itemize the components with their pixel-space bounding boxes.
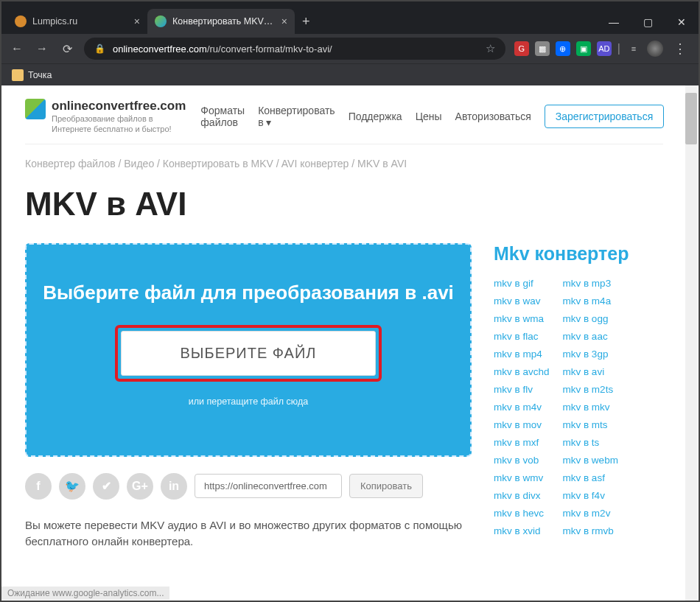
extension-icon[interactable]: G [514, 41, 529, 56]
profile-avatar[interactable] [647, 41, 663, 57]
sidebar-link[interactable]: mkv в divx [494, 490, 549, 501]
tab-title: Lumpics.ru [32, 16, 128, 27]
breadcrumb[interactable]: Конвертер файлов / Видео / Конвертироват… [25, 144, 663, 183]
sidebar-link[interactable]: mkv в m4a [562, 295, 617, 307]
sidebar-link[interactable]: mkv в rmvb [562, 525, 617, 536]
forward-button[interactable]: → [34, 41, 50, 57]
tab-title: Конвертировать MKV в AVI онл [172, 16, 276, 27]
back-button[interactable]: ← [9, 41, 25, 57]
twitter-icon[interactable]: 🐦 [59, 473, 85, 500]
scrollbar-thumb[interactable] [685, 93, 697, 144]
sidebar-link[interactable]: mkv в m4v [494, 402, 549, 413]
sidebar-link[interactable]: mkv в wmv [494, 472, 549, 483]
nav-login[interactable]: Авторизоваться [455, 111, 531, 122]
linkedin-icon[interactable]: in [161, 473, 187, 500]
share-row: f 🐦 ✔ G+ in https://onlineconvertfree.co… [25, 473, 472, 500]
bookmark-item[interactable]: Точка [28, 70, 52, 80]
sidebar-link[interactable]: mkv в mov [494, 419, 549, 430]
extension-icon[interactable]: AD [597, 41, 612, 56]
sidebar-col-2: mkv в mp3mkv в m4amkv в oggmkv в aacmkv … [562, 278, 617, 536]
sidebar-link[interactable]: mkv в mts [562, 419, 617, 430]
sidebar-link[interactable]: mkv в flv [494, 384, 549, 395]
browser-toolbar: ← → ⟳ 🔒 onlineconvertfree.com/ru/convert… [1, 34, 699, 63]
bookmark-star-icon[interactable]: ☆ [486, 42, 495, 55]
nav-support[interactable]: Поддержка [349, 111, 402, 122]
sidebar-link[interactable]: mkv в wav [494, 295, 549, 307]
extension-icon[interactable]: ▣ [576, 41, 591, 56]
extension-icon[interactable]: ⊕ [556, 41, 570, 56]
extensions-area: G ▩ ⊕ ▣ AD | ≡ ⋮ [514, 41, 691, 57]
minimize-button[interactable]: — [597, 10, 631, 34]
menu-button[interactable]: ⋮ [669, 41, 691, 57]
sidebar-link[interactable]: mkv в ts [562, 437, 617, 448]
vk-icon[interactable]: ✔ [93, 473, 119, 500]
signup-button[interactable]: Зарегистрироваться [545, 105, 664, 128]
reader-icon[interactable]: ≡ [626, 41, 641, 56]
sidebar-link[interactable]: mkv в xvid [494, 525, 549, 536]
description-text: Вы можете перевести MKV аудио в AVI и во… [25, 517, 472, 550]
sidebar-link[interactable]: mkv в gif [494, 278, 549, 289]
page-viewport: onlineconvertfree.com Преобразование фай… [1, 85, 699, 601]
sidebar-link[interactable]: mkv в aac [562, 331, 617, 342]
sidebar-link[interactable]: mkv в vob [494, 455, 549, 466]
copy-button[interactable]: Копировать [349, 474, 423, 498]
nav-formats[interactable]: Форматы файлов [200, 105, 245, 128]
site-name: onlineconvertfree.com [52, 99, 186, 113]
sidebar-link[interactable]: mkv в wma [494, 313, 549, 324]
sidebar-link[interactable]: mkv в hevc [494, 508, 549, 519]
reload-button[interactable]: ⟳ [59, 41, 75, 57]
browser-tab-inactive[interactable]: Lumpics.ru × [7, 9, 147, 34]
site-header: onlineconvertfree.com Преобразование фай… [25, 99, 663, 144]
extension-icon[interactable]: ▩ [535, 41, 550, 56]
sidebar-link[interactable]: mkv в m2ts [562, 384, 617, 395]
sidebar-title: Mkv конвертер [494, 243, 663, 265]
googleplus-icon[interactable]: G+ [127, 473, 153, 500]
facebook-icon[interactable]: f [25, 473, 52, 500]
favicon-icon [155, 15, 167, 27]
favicon-icon [15, 15, 27, 27]
url-text: onlineconvertfree.com/ru/convert-format/… [113, 43, 478, 55]
browser-tab-active[interactable]: Конвертировать MKV в AVI онл × [147, 9, 295, 34]
new-tab-button[interactable]: + [295, 10, 318, 34]
sidebar-link[interactable]: mkv в mkv [562, 402, 617, 413]
scrollbar[interactable] [685, 85, 697, 601]
sidebar-link[interactable]: mkv в m2v [562, 508, 617, 519]
status-bar: Ожидание www.google-analytics.com... [1, 587, 169, 600]
lock-icon: 🔒 [94, 43, 105, 54]
page-title: MKV в AVI [25, 186, 663, 223]
main-nav: Форматы файлов Конвертировать в ▾ Поддер… [200, 105, 664, 128]
sidebar-link[interactable]: mkv в f4v [562, 490, 617, 501]
dropzone-title: Выберите файл для преобразования в .avi [41, 281, 455, 304]
upload-dropzone[interactable]: Выберите файл для преобразования в .avi … [25, 243, 472, 457]
sidebar-col-1: mkv в gifmkv в wavmkv в wmamkv в flacmkv… [494, 278, 549, 536]
sidebar-link[interactable]: mkv в asf [562, 472, 617, 483]
sidebar-link[interactable]: mkv в mxf [494, 437, 549, 448]
sidebar-link[interactable]: mkv в mp3 [562, 278, 617, 289]
nav-prices[interactable]: Цены [416, 111, 442, 122]
maximize-button[interactable]: ▢ [631, 10, 665, 34]
logo-area[interactable]: onlineconvertfree.com Преобразование фай… [25, 99, 186, 135]
window-controls: — ▢ ✕ [597, 10, 699, 34]
window-titlebar: Lumpics.ru × Конвертировать MKV в AVI он… [1, 1, 699, 34]
close-icon[interactable]: × [134, 15, 140, 27]
drag-hint: или перетащите файл сюда [41, 396, 455, 407]
logo-icon [25, 99, 46, 119]
sidebar-link[interactable]: mkv в avchd [494, 366, 549, 377]
nav-convert[interactable]: Конвертировать в ▾ [258, 105, 335, 128]
sidebar-link[interactable]: mkv в avi [562, 366, 617, 377]
browser-tabs: Lumpics.ru × Конвертировать MKV в AVI он… [1, 7, 597, 34]
close-window-button[interactable]: ✕ [665, 10, 699, 34]
bookmarks-bar: Точка [1, 63, 699, 85]
share-url-input[interactable]: https://onlineconvertfree.com [195, 474, 342, 498]
sidebar: Mkv конвертер mkv в gifmkv в wavmkv в wm… [494, 243, 663, 536]
sidebar-link[interactable]: mkv в mp4 [494, 349, 549, 360]
close-icon[interactable]: × [281, 15, 287, 27]
sidebar-link[interactable]: mkv в webm [562, 455, 617, 466]
annotation-highlight: ВЫБЕРИТЕ ФАЙЛ [115, 325, 382, 382]
select-file-button[interactable]: ВЫБЕРИТЕ ФАЙЛ [121, 331, 377, 376]
sidebar-link[interactable]: mkv в 3gp [562, 349, 617, 360]
sidebar-link[interactable]: mkv в ogg [562, 313, 617, 324]
folder-icon [12, 69, 24, 81]
address-bar[interactable]: 🔒 onlineconvertfree.com/ru/convert-forma… [84, 38, 505, 60]
sidebar-link[interactable]: mkv в flac [494, 331, 549, 342]
